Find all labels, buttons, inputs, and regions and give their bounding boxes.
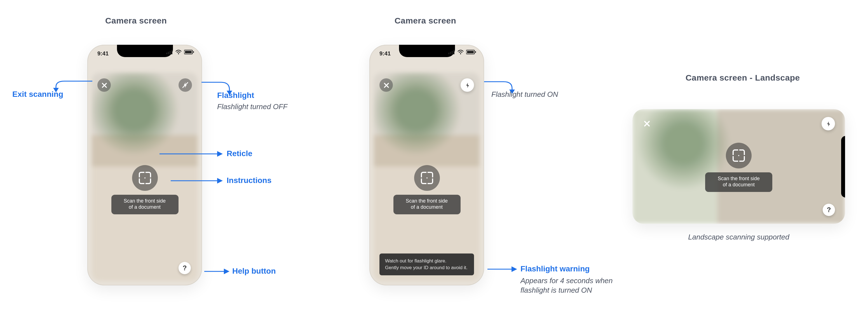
svg-rect-14 bbox=[448, 53, 450, 54]
flashlight-warning-toast: Watch out for flashlight glare. Gently m… bbox=[379, 254, 474, 275]
exit-button[interactable] bbox=[97, 78, 111, 92]
panel2-title: Camera screen bbox=[395, 16, 456, 25]
scan-reticle bbox=[726, 143, 752, 168]
help-button[interactable]: ? bbox=[823, 204, 835, 216]
svg-rect-20 bbox=[467, 51, 474, 53]
arrow-exit bbox=[34, 62, 95, 92]
statusbar-time: 9:41 bbox=[97, 51, 108, 57]
callout-flash-warning-sub1: Appears for 4 seconds when bbox=[521, 277, 613, 285]
signal-icon bbox=[166, 50, 173, 55]
battery-icon bbox=[466, 50, 476, 55]
flashlight-on-icon bbox=[464, 82, 470, 88]
flashlight-off-icon bbox=[182, 82, 189, 89]
instructions-line2: of a document bbox=[129, 204, 161, 210]
svg-marker-12 bbox=[217, 178, 223, 184]
flashlight-on-icon bbox=[825, 121, 831, 127]
svg-rect-21 bbox=[475, 51, 476, 53]
instructions-line2: of a document bbox=[723, 182, 755, 188]
scan-reticle bbox=[414, 165, 440, 191]
phone-mock-2: 9:41 bbox=[369, 45, 484, 285]
exit-button[interactable] bbox=[379, 78, 393, 92]
phone-mock-landscape: Scan the front side of a document ? bbox=[632, 109, 845, 224]
instructions-line1: Scan the front side bbox=[124, 198, 166, 204]
close-icon bbox=[101, 82, 107, 88]
svg-rect-3 bbox=[171, 50, 173, 54]
svg-point-4 bbox=[178, 53, 179, 54]
svg-rect-0 bbox=[166, 53, 167, 54]
instructions-line1: Scan the front side bbox=[406, 198, 448, 204]
svg-marker-23 bbox=[512, 266, 517, 272]
flashlight-button[interactable] bbox=[179, 78, 192, 92]
svg-rect-15 bbox=[450, 52, 451, 54]
exit-button[interactable] bbox=[640, 117, 654, 130]
help-icon: ? bbox=[183, 264, 187, 272]
svg-rect-1 bbox=[168, 52, 169, 54]
help-button[interactable]: ? bbox=[179, 262, 191, 274]
panel3-caption: Landscape scanning supported bbox=[632, 233, 845, 241]
arrow-instructions bbox=[168, 175, 224, 186]
scan-instructions: Scan the front side of a document bbox=[111, 195, 178, 214]
panel1-title: Camera screen bbox=[105, 16, 167, 25]
callout-instructions: Instructions bbox=[227, 176, 272, 185]
callout-reticle: Reticle bbox=[227, 149, 252, 158]
toast-line1: Watch out for flashlight glare. bbox=[385, 258, 446, 264]
help-icon: ? bbox=[827, 206, 831, 214]
toast-line2: Gently move your ID around to avoid it. bbox=[385, 264, 468, 270]
callout-exit: Exit scanning bbox=[12, 90, 63, 98]
callout-help: Help button bbox=[232, 266, 276, 275]
battery-icon bbox=[184, 50, 194, 55]
scan-instructions: Scan the front side of a document bbox=[705, 172, 772, 192]
instructions-line1: Scan the front side bbox=[718, 176, 760, 181]
close-icon bbox=[383, 82, 389, 88]
flashlight-button[interactable] bbox=[461, 78, 474, 92]
arrow-flash-warning bbox=[485, 264, 518, 275]
signal-icon bbox=[448, 50, 455, 55]
device-notch bbox=[399, 45, 455, 57]
svg-rect-7 bbox=[193, 51, 194, 53]
wifi-icon bbox=[175, 50, 182, 55]
svg-marker-11 bbox=[217, 151, 223, 157]
callout-flashlight-sub: Flashlight turned OFF bbox=[217, 102, 287, 111]
arrow-help bbox=[202, 266, 229, 277]
phone-mock-1: 9:41 bbox=[87, 45, 202, 285]
statusbar-time: 9:41 bbox=[379, 51, 391, 57]
callout-flash-warning: Flashlight warning bbox=[521, 264, 590, 273]
callout-flashlight: Flashlight bbox=[217, 91, 254, 100]
arrow-reticle bbox=[157, 148, 224, 160]
scan-instructions: Scan the front side of a document bbox=[393, 195, 460, 214]
panel3-title: Camera screen - Landscape bbox=[686, 73, 800, 82]
wifi-icon bbox=[457, 50, 464, 55]
svg-rect-2 bbox=[169, 51, 171, 54]
svg-rect-16 bbox=[452, 51, 453, 54]
svg-point-18 bbox=[460, 53, 461, 54]
statusbar-indicators bbox=[166, 50, 194, 55]
callout-flash-on: Flashlight turned ON bbox=[491, 90, 558, 98]
svg-marker-13 bbox=[224, 269, 229, 274]
flashlight-button[interactable] bbox=[822, 117, 835, 130]
svg-rect-6 bbox=[185, 51, 192, 53]
statusbar-indicators bbox=[448, 50, 476, 55]
callout-flash-warning-sub2: flashlight is turned ON bbox=[521, 286, 592, 294]
svg-rect-17 bbox=[453, 50, 455, 54]
scan-reticle bbox=[132, 165, 158, 191]
close-icon bbox=[644, 120, 650, 127]
device-notch bbox=[117, 45, 173, 57]
instructions-line2: of a document bbox=[411, 204, 443, 210]
